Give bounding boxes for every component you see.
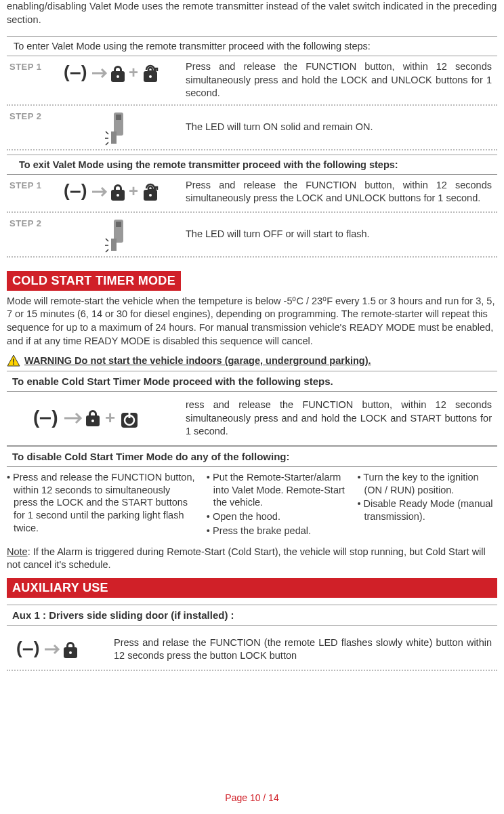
list-item: Press and release the FUNCTION button, w… — [7, 471, 196, 535]
enable-text: ress and release the FUNCTION button, wi… — [186, 399, 495, 439]
list-item: Disable Ready Mode (manual transmission)… — [357, 497, 497, 523]
disable-col3: Turn the key to the ignition (ON / RUN) … — [357, 471, 497, 539]
svg-point-2 — [117, 75, 119, 78]
list-item: Press the brake pedal. — [207, 525, 347, 537]
function-lock-unlock-icon: (‒) + — [50, 179, 186, 203]
list-item: Turn the key to the ignition (ON / RUN) … — [357, 471, 497, 497]
cold-note: Note: If the Alarm is triggered during R… — [7, 546, 497, 571]
svg-text:+: + — [129, 63, 138, 81]
exit-step2-row: STEP 2 The LED will turn OFF or will sta… — [7, 213, 497, 258]
step-label: STEP 2 — [9, 110, 50, 121]
enter-header: To enter Valet Mode using the remote tra… — [7, 36, 497, 56]
enter-valet-table: To enter Valet Mode using the remote tra… — [7, 36, 497, 150]
exit-header: To exit Valet Mode using the remote tran… — [7, 155, 497, 175]
svg-text:+: + — [129, 182, 138, 200]
svg-rect-16 — [116, 222, 121, 227]
cold-start-title: COLD START TIMER MODE — [7, 271, 181, 291]
page-footer: Page 10 / 14 — [0, 792, 504, 803]
svg-text:(‒): (‒) — [16, 638, 39, 658]
svg-text:(‒): (‒) — [64, 180, 87, 201]
cold-start-body: Mode will remote-start the vehicle when … — [7, 295, 497, 348]
aux-sub: Aux 1 : Drivers side sliding door (if in… — [7, 605, 497, 626]
svg-point-14 — [149, 194, 152, 197]
step-text: Press and release the FUNCTION button, w… — [186, 179, 495, 205]
exit-step1-row: STEP 1 (‒) + Press and release the FUNCT… — [7, 175, 497, 213]
step-label: STEP 1 — [9, 60, 50, 72]
note-label: Note — [7, 546, 28, 557]
svg-rect-17 — [111, 239, 117, 251]
enter-step1-row: STEP 1 (‒) + Press and release the FUNCT… — [7, 56, 497, 106]
intro-text: enabling/disabling Valet Mode uses the r… — [7, 0, 497, 26]
svg-point-28 — [69, 651, 72, 654]
svg-point-21 — [91, 420, 94, 422]
enable-header: To enable Cold Start Timer Mode proceed … — [7, 371, 497, 392]
svg-text:+: + — [105, 407, 115, 428]
disable-columns: Press and release the FUNCTION button, w… — [7, 467, 497, 543]
step-text: The LED will turn OFF or will start to f… — [186, 228, 495, 241]
step-label: STEP 1 — [9, 179, 50, 190]
svg-rect-25 — [129, 410, 131, 418]
svg-rect-7 — [116, 115, 121, 120]
aux-text: Press and relase the FUNCTION (the remot… — [114, 636, 495, 663]
aux-row: (‒) Press and relase the FUNCTION (the r… — [7, 626, 497, 671]
svg-point-5 — [149, 75, 152, 78]
enable-row: (‒) + ress and release the FUNCTION butt… — [7, 392, 497, 446]
step-text: Press and release the FUNCTION button, w… — [186, 60, 495, 100]
function-lock-start-icon: (‒) + — [9, 406, 186, 430]
disable-header: To disable Cold Start Timer Mode do any … — [7, 446, 497, 467]
aux-title: AUXILIARY USE — [7, 578, 497, 598]
disable-col2: Put the Remote-Starter/alarm into Valet … — [207, 471, 347, 539]
svg-point-11 — [117, 194, 119, 197]
step-text: The LED will turn ON solid and remain ON… — [186, 121, 495, 134]
warning-row: ! WARNING Do not start the vehicle indoo… — [7, 354, 497, 367]
disable-col1: Press and release the FUNCTION button, w… — [7, 471, 196, 539]
svg-text:!: ! — [12, 357, 15, 367]
function-lock-icon: (‒) — [9, 638, 104, 661]
step-label: STEP 2 — [9, 217, 50, 228]
svg-rect-8 — [111, 131, 117, 144]
function-lock-unlock-icon: (‒) + — [50, 60, 186, 85]
list-item: Open the hood. — [207, 510, 347, 523]
svg-text:(‒): (‒) — [64, 62, 87, 82]
warning-icon: ! — [7, 354, 20, 367]
warning-text: WARNING Do not start the vehicle indoors… — [24, 355, 371, 366]
exit-valet-table: To exit Valet Mode using the remote tran… — [7, 155, 497, 258]
enter-step2-row: STEP 2 The LED will turn ON solid and re… — [7, 106, 497, 150]
remote-led-off-icon — [50, 217, 186, 252]
list-item: Put the Remote-Starter/alarm into Valet … — [207, 471, 347, 510]
note-body: : If the Alarm is triggered during Remot… — [7, 546, 486, 570]
svg-text:(‒): (‒) — [33, 407, 58, 428]
remote-led-on-icon — [50, 110, 186, 145]
